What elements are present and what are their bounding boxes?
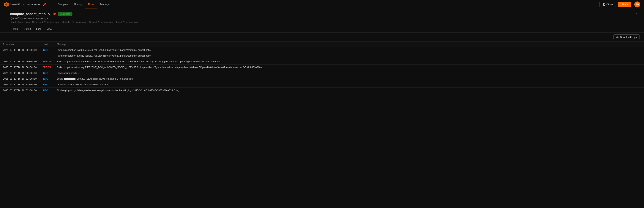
cell-message: Operation 67d062585a5037a816a635d0 compl…: [54, 82, 644, 88]
cell-level: ERROR: [40, 65, 54, 70]
sub-tab-output[interactable]: Output: [21, 26, 34, 32]
pin-icon[interactable]: 📌: [52, 12, 56, 15]
table-body: 2025-03-11T16:18:50+00:00INFORunning ope…: [0, 47, 644, 93]
cell-timestamp: 2025-03-11T16:18:50+00:00: [0, 59, 40, 65]
run-path: @voxel51/panels/compute_aspect_ratio: [10, 17, 633, 20]
table-row: 2025-03-11T16:19:02+00:00INFOOperation 6…: [0, 82, 644, 88]
cell-message: Failed to get secret for key FIFTYONE_ZO…: [54, 65, 644, 70]
nav-tab-manage[interactable]: Manage: [97, 0, 112, 9]
table-row: 2025-03-11T16:18:50+00:00ERRORFailed to …: [0, 65, 644, 70]
voxel51-logo: [4, 2, 9, 7]
clone-button[interactable]: Clone: [600, 2, 616, 7]
sub-tab-view[interactable]: View: [44, 26, 54, 32]
cell-message: Failed to get secret for key FIFTYONE_ZO…: [54, 59, 644, 65]
cell-timestamp: 2025-03-11T16:19:02+00:00: [0, 88, 40, 93]
table-row: 2025-03-11T16:19:02+00:00INFO100% 200/20…: [0, 76, 644, 82]
col-header-level: Level: [40, 41, 54, 47]
cell-timestamp: 2025-03-11T16:18:50+00:00: [0, 70, 40, 76]
share-button[interactable]: Share: [618, 2, 631, 7]
edit-icon[interactable]: ✏️: [48, 12, 51, 15]
user-avatar[interactable]: BB: [634, 1, 640, 7]
table-row: 2025-03-11T16:18:50+00:00ERRORFailed to …: [0, 59, 644, 65]
breadcrumb-project: runs-demo: [26, 3, 40, 6]
table-row: 2025-03-11T16:18:50+00:00INFODownloading…: [0, 70, 644, 76]
table-row: 2025-03-11T16:18:50+00:00INFORunning ope…: [0, 47, 644, 53]
cell-level: INFO: [40, 47, 54, 53]
cell-timestamp: 2025-03-11T16:18:50+00:00: [0, 47, 40, 53]
cell-message: Running operation 67d062585a5037a816a635…: [54, 53, 644, 59]
run-header: ← compute_aspect_ratio ✏️ 📌 Completed @v…: [0, 9, 644, 32]
pin-nav-icon[interactable]: 📌: [43, 3, 46, 6]
sub-tab-logs[interactable]: Logs: [34, 26, 44, 32]
sub-tab-input[interactable]: Input: [10, 26, 21, 32]
cell-timestamp: [0, 53, 40, 59]
clone-icon: [603, 3, 605, 6]
logs-toolbar: Download Logs: [0, 32, 644, 41]
cloud-download-icon: [616, 36, 619, 38]
nav-tab-history[interactable]: History: [71, 0, 85, 9]
table-row: Running operation 67d062585a5037a816a635…: [0, 53, 644, 59]
col-header-timestamp: Timestamp: [0, 41, 40, 47]
cell-level: [40, 53, 54, 59]
nav-tab-samples[interactable]: Samples: [55, 0, 71, 9]
breadcrumb-org: Voxel51: [10, 3, 20, 6]
cell-message: 100% 200/200 [11.4s elapsed, 0s remainin…: [54, 76, 644, 82]
cell-message: Flushing logs to gs://delegated-operator…: [54, 88, 644, 93]
sub-tabs: InputOutputLogsView: [10, 26, 640, 32]
cell-level: INFO: [40, 70, 54, 76]
col-header-message: Message: [54, 41, 644, 47]
top-nav-right: Clone Share BB: [600, 1, 640, 7]
progress-bar: [64, 78, 76, 80]
run-title-row: ← compute_aspect_ratio ✏️ 📌 Completed: [4, 12, 633, 16]
cell-level: ERROR: [40, 59, 54, 65]
main-nav-tabs: SamplesHistoryRunsManage: [55, 0, 112, 9]
download-logs-button[interactable]: Download Logs: [614, 34, 640, 40]
cell-level: INFO: [40, 88, 54, 93]
table-header: Timestamp Level Message: [0, 41, 644, 47]
logs-table: Timestamp Level Message 2025-03-11T16:18…: [0, 41, 644, 93]
cell-message: Downloading media...: [54, 70, 644, 76]
status-badge: Completed: [58, 12, 72, 16]
top-nav: Voxel51 › runs-demo 📌 SamplesHistoryRuns…: [0, 0, 644, 9]
svg-rect-2: [604, 4, 605, 5]
cell-timestamp: 2025-03-11T16:19:02+00:00: [0, 76, 40, 82]
back-button[interactable]: ←: [4, 12, 8, 16]
breadcrumb-sep: ›: [23, 3, 24, 6]
cell-timestamp: 2025-03-11T16:19:02+00:00: [0, 82, 40, 88]
cell-level: INFO: [40, 76, 54, 82]
run-name: compute_aspect_ratio: [10, 12, 46, 16]
nav-tab-runs[interactable]: Runs: [85, 0, 97, 9]
cell-timestamp: 2025-03-11T16:18:50+00:00: [0, 65, 40, 70]
logo-area: Voxel51 › runs-demo 📌: [4, 2, 46, 7]
cell-level: INFO: [40, 82, 54, 88]
more-menu-button[interactable]: ⋮: [633, 12, 640, 17]
cell-message: Running operation 67d062585a5037a816a635…: [54, 47, 644, 53]
logs-table-container: Timestamp Level Message 2025-03-11T16:18…: [0, 41, 644, 93]
run-meta: Run by Brian Bristol · Completed 22 minu…: [10, 21, 633, 23]
table-row: 2025-03-11T16:19:02+00:00INFOFlushing lo…: [0, 88, 644, 93]
